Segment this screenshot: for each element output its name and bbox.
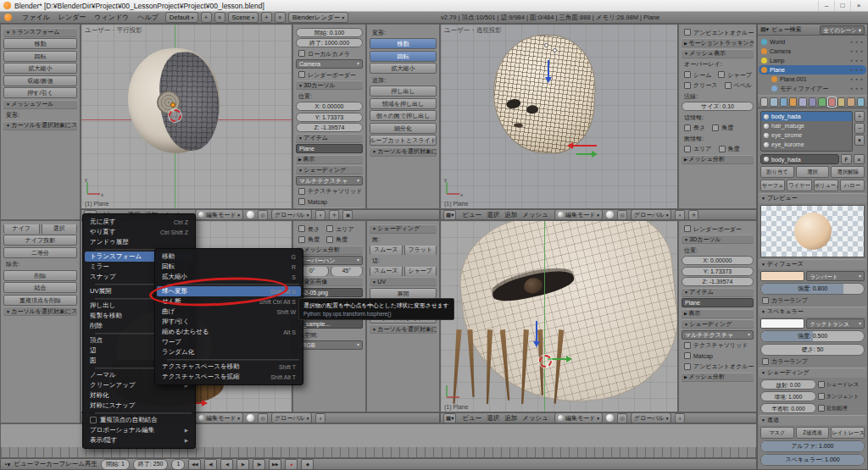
manipulator-x-arrow[interactable] bbox=[570, 145, 597, 147]
properties-row[interactable]: マルチテクスチャ bbox=[682, 330, 754, 340]
properties-row[interactable]: シームシャープ bbox=[682, 70, 754, 80]
maximize-button[interactable]: □ bbox=[834, 1, 850, 11]
tool-row[interactable]: 回転 bbox=[3, 51, 77, 62]
properties-row[interactable]: 位置: bbox=[296, 91, 363, 101]
render-icon[interactable] bbox=[760, 97, 768, 107]
properties-row[interactable]: 1-2-05.png bbox=[296, 288, 363, 297]
tool-row[interactable]: 収縮/膨張 bbox=[3, 75, 77, 86]
tool-row[interactable]: カーソルを選択対象にスナ bbox=[370, 324, 437, 334]
properties-row[interactable]: テクスチャソリッド bbox=[682, 340, 754, 350]
outliner-menu-item[interactable]: 検索 bbox=[789, 26, 801, 32]
delete-scene-button[interactable]: × bbox=[275, 12, 286, 23]
pivot-center-icon[interactable]: ◎ bbox=[258, 413, 268, 423]
scene-icon[interactable] bbox=[770, 97, 777, 107]
play-reverse-icon[interactable]: ◀ bbox=[220, 459, 233, 470]
keying-set-icon[interactable]: ◆ bbox=[301, 459, 314, 470]
current-frame-field[interactable]: 1 bbox=[171, 459, 185, 470]
tool-row[interactable]: 追加: bbox=[370, 75, 437, 85]
submenu-item[interactable]: ワープ▶ bbox=[157, 337, 301, 347]
menu-item[interactable]: 重複頂点の自動結合▶ bbox=[85, 415, 193, 425]
unlink-button[interactable]: × bbox=[854, 154, 865, 164]
properties-row[interactable]: 背景画像 bbox=[296, 277, 363, 286]
specular-intensity-slider[interactable]: 強度: 0.500 bbox=[760, 330, 865, 342]
tool-row[interactable]: 変形: bbox=[3, 110, 77, 119]
prev-frame-icon[interactable]: ◀| bbox=[204, 459, 217, 470]
pivot-center-icon[interactable]: ◎ bbox=[617, 413, 627, 423]
orientation-dropdown[interactable]: グローバル▾ bbox=[271, 209, 312, 220]
head-model[interactable] bbox=[128, 48, 220, 153]
outliner-row[interactable]: World● ● ● bbox=[759, 37, 866, 47]
properties-row[interactable]: 角度角度 bbox=[296, 235, 363, 244]
orientation-dropdown[interactable]: グローバル▾ bbox=[271, 412, 312, 423]
properties-row[interactable]: メッシュ分析 bbox=[682, 373, 754, 382]
outliner-menu-item[interactable]: ビュー bbox=[771, 26, 789, 32]
panel-header-preview[interactable]: プレビュー bbox=[759, 193, 866, 203]
properties-row[interactable]: 開始: 0.100 bbox=[296, 28, 363, 37]
manipulator-icon[interactable]: ✛ bbox=[688, 210, 698, 220]
snap-magnet-icon[interactable]: ◐ bbox=[315, 413, 326, 423]
material-type-tab[interactable]: サーフェ bbox=[760, 180, 785, 191]
delete-layout-button[interactable]: × bbox=[214, 12, 225, 23]
outliner-row[interactable]: モディファイアー● ● ● bbox=[759, 84, 866, 93]
tool-row[interactable]: 削除 bbox=[3, 270, 77, 281]
properties-row[interactable]: Camera bbox=[296, 59, 363, 69]
menu-item[interactable]: アンドゥ履歴▶ bbox=[85, 237, 193, 247]
properties-row[interactable]: アイテム bbox=[296, 134, 363, 143]
viewport-menu-item[interactable]: 選択 bbox=[484, 414, 502, 423]
viewport-shading-icon[interactable] bbox=[606, 211, 614, 218]
material-slot[interactable]: body_hada bbox=[761, 112, 852, 121]
specular-hardness-field[interactable]: 硬さ: 50 bbox=[760, 344, 865, 356]
viewport-bottom-right[interactable]: (1) Plane bbox=[440, 220, 678, 412]
panel-header-diffuse[interactable]: ディフューズ bbox=[759, 259, 866, 269]
properties-row[interactable]: オーバーレイ: bbox=[682, 59, 754, 69]
submenu-item[interactable]: 縮める/太らせるAlt S▶ bbox=[157, 327, 301, 337]
visibility-icons[interactable]: ● ● ● bbox=[850, 40, 864, 44]
tool-row[interactable]: 面: bbox=[370, 235, 437, 244]
tool-row[interactable]: 二等分 bbox=[3, 247, 77, 258]
slot-specials-button[interactable]: ▾ bbox=[854, 135, 865, 146]
outliner-row[interactable]: Plane● ● ● bbox=[759, 65, 866, 75]
diffuse-intensity-slider[interactable]: 強度: 0.800 bbox=[760, 283, 865, 295]
tool-row[interactable]: スムーズシャープ bbox=[370, 267, 437, 276]
tool-row[interactable]: 拡大縮小 bbox=[370, 63, 437, 74]
timeline-menu-item[interactable]: マーカー bbox=[33, 460, 58, 467]
viewport-menu-item[interactable]: 追加 bbox=[502, 414, 520, 423]
properties-row[interactable]: 3Dカーソル bbox=[682, 235, 754, 244]
specular-color-swatch[interactable] bbox=[760, 318, 804, 329]
tool-row[interactable]: 細分化 bbox=[370, 123, 437, 134]
viewport-shading-icon[interactable] bbox=[247, 211, 254, 218]
timeline-menu-item[interactable]: 再生 bbox=[85, 460, 97, 467]
properties-row[interactable]: 表示 bbox=[296, 155, 363, 164]
tool-row[interactable]: 押し出し bbox=[370, 86, 437, 97]
viewport-shading-icon[interactable] bbox=[247, 414, 254, 422]
shading-checkbox[interactable]: 近似処理 bbox=[818, 403, 865, 413]
tool-row[interactable]: 領域を押し出し bbox=[370, 98, 437, 109]
visibility-icons[interactable]: ● ● ● bbox=[850, 86, 864, 91]
alpha-slider[interactable]: アルファ: 1.000 bbox=[760, 440, 865, 452]
world-icon[interactable] bbox=[780, 97, 787, 107]
editor-type-icon[interactable]: ▤▾ bbox=[760, 26, 769, 33]
specular-ramp-checkbox[interactable]: カラーランプ bbox=[762, 357, 863, 366]
pivot-center-icon[interactable]: ◎ bbox=[617, 210, 627, 220]
properties-row[interactable]: アイテム bbox=[682, 288, 754, 297]
render-engine-dropdown[interactable]: Blenderレンダー▾ bbox=[288, 12, 348, 23]
properties-row[interactable]: モーショントラッキング bbox=[682, 38, 754, 47]
particles-icon[interactable] bbox=[847, 97, 854, 107]
outliner-row[interactable]: Camera● ● ● bbox=[759, 47, 866, 56]
outliner-scope-dropdown[interactable]: 全てのシーン ▾ bbox=[820, 25, 865, 35]
add-scene-button[interactable]: + bbox=[261, 12, 272, 23]
properties-row[interactable]: sRGB bbox=[296, 340, 363, 350]
properties-row[interactable]: マルチテクスチャ bbox=[296, 176, 363, 185]
diffuse-shader-dropdown[interactable]: ランバート bbox=[806, 271, 865, 281]
remove-slot-button[interactable]: − bbox=[854, 123, 865, 134]
properties-row[interactable]: Matcap bbox=[296, 197, 363, 207]
viewport-menu-item[interactable]: メッシュ bbox=[520, 211, 551, 219]
manipulator-z-arrow[interactable] bbox=[548, 60, 549, 80]
menu-item[interactable]: プロポーショナル編集▶ bbox=[85, 425, 193, 435]
shading-checkbox[interactable]: シェードレス bbox=[818, 379, 865, 390]
transparency-tab[interactable]: マスク bbox=[760, 427, 794, 439]
properties-row[interactable]: 0°45° bbox=[296, 267, 363, 276]
visibility-icons[interactable]: ● ● ● bbox=[850, 68, 864, 72]
viewport-menu-item[interactable]: メッシュ bbox=[520, 414, 551, 423]
frame-end-field[interactable]: 終了: 250 bbox=[133, 459, 169, 470]
